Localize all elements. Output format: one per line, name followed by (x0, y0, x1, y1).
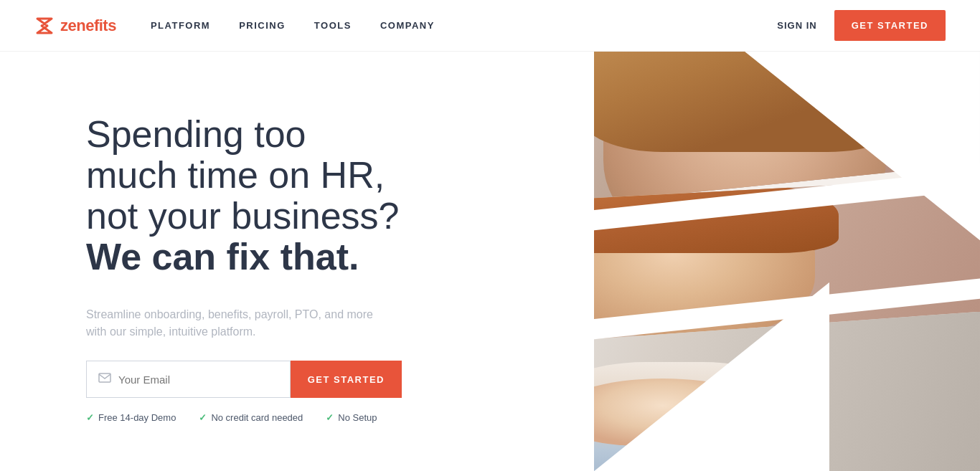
headline-bold: We can fix that. (86, 236, 359, 277)
trust-label-no-setup: No Setup (338, 412, 377, 423)
nav-company[interactable]: COMPANY (380, 20, 435, 31)
trust-item-demo: ✓ Free 14-day Demo (86, 412, 176, 423)
navigation: zenefits PLATFORM PRICING TOOLS COMPANY … (0, 0, 980, 52)
get-started-nav-button[interactable]: GET STARTED (834, 10, 946, 41)
email-icon (98, 373, 111, 386)
svg-rect-0 (99, 374, 110, 382)
trust-label-demo: Free 14-day Demo (98, 412, 176, 423)
nav-links: PLATFORM PRICING TOOLS COMPANY (151, 20, 777, 31)
email-input-wrapper (86, 361, 291, 398)
hero-right (509, 52, 980, 471)
nav-right: SIGN IN GET STARTED (777, 10, 946, 41)
trust-badges: ✓ Free 14-day Demo ✓ No credit card need… (86, 412, 466, 423)
email-input[interactable] (118, 374, 278, 386)
trust-label-no-card: No credit card needed (211, 412, 303, 423)
logo-text: zenefits (60, 16, 116, 35)
email-form: GET STARTED (86, 361, 402, 398)
main-content: Spending too much time on HR, not your b… (0, 52, 980, 471)
check-icon-no-setup: ✓ (326, 412, 334, 423)
nav-pricing[interactable]: PRICING (239, 20, 286, 31)
headline-line1: Spending too (86, 113, 306, 155)
z-logo-icon (34, 16, 55, 36)
hero-subtext: Streamline onboarding, benefits, payroll… (86, 306, 373, 341)
trust-item-no-card: ✓ No credit card needed (199, 412, 303, 423)
get-started-button[interactable]: GET STARTED (291, 361, 402, 398)
trust-item-no-setup: ✓ No Setup (326, 412, 377, 423)
nav-tools[interactable]: TOOLS (314, 20, 352, 31)
hero-left: Spending too much time on HR, not your b… (0, 52, 509, 471)
headline-line2: much time on HR, (86, 154, 385, 196)
sign-in-link[interactable]: SIGN IN (777, 20, 816, 31)
check-icon-no-card: ✓ (199, 412, 207, 423)
headline-line3: not your business? (86, 195, 400, 237)
logo-link[interactable]: zenefits (34, 16, 116, 36)
check-icon-demo: ✓ (86, 412, 94, 423)
nav-platform[interactable]: PLATFORM (151, 20, 210, 31)
hero-headline: Spending too much time on HR, not your b… (86, 114, 466, 278)
